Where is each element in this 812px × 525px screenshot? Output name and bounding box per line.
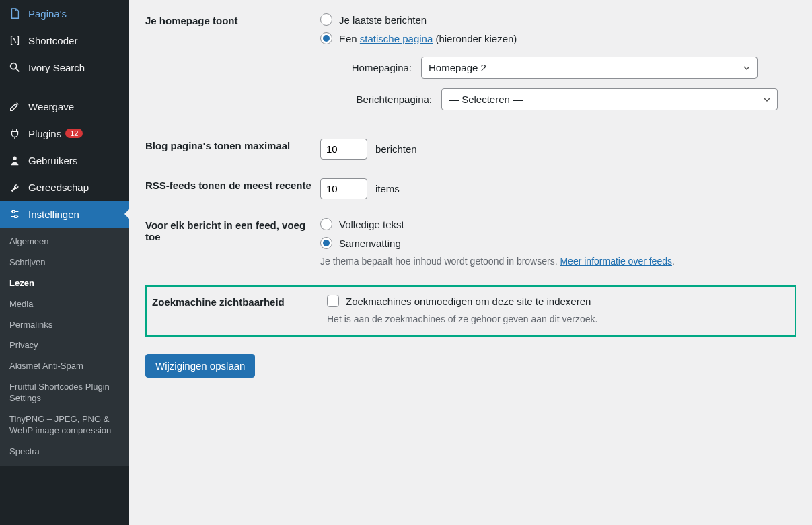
appearance-icon xyxy=(8,100,22,113)
posts-page-select[interactable]: — Selecteren — xyxy=(441,88,778,110)
shortcoder-icon xyxy=(8,34,22,47)
submenu-permalinks[interactable]: Permalinks xyxy=(0,315,129,336)
chevron-down-icon xyxy=(743,65,750,71)
radio-full-text[interactable]: Volledige tekst xyxy=(320,218,796,230)
row-search-visibility: Zoekmachine zichtbaarheid Zoekmachines o… xyxy=(147,295,789,324)
selected-value: — Selecteren — xyxy=(449,94,523,105)
submenu-tinypng[interactable]: TinyPNG – JPEG, PNG & WebP image compres… xyxy=(0,409,129,442)
sidebar-item-label: Instellingen xyxy=(28,209,79,220)
svg-point-0 xyxy=(11,63,17,69)
label-feed-content: Voor elk bericht in een feed, voeg toe xyxy=(145,218,320,242)
feed-desc: Je thema bepaalt hoe inhoud wordt getoon… xyxy=(320,256,796,267)
submenu-algemeen[interactable]: Algemeen xyxy=(0,232,129,252)
settings-reading-form: Je homepage toont Je laatste berichten E… xyxy=(129,0,812,525)
row-homepage-displays: Je homepage toont Je laatste berichten E… xyxy=(145,13,796,120)
sidebar-item-plugins[interactable]: Plugins 12 xyxy=(0,120,129,147)
sidebar-item-label: Gebruikers xyxy=(28,155,77,166)
radio-label: Je laatste berichten xyxy=(339,14,427,26)
radio-icon xyxy=(320,218,332,230)
label-rss: RSS-feeds tonen de meest recente xyxy=(145,178,320,191)
plugins-icon xyxy=(8,127,22,140)
row-feed-content: Voor elk bericht in een feed, voeg toe V… xyxy=(145,218,796,267)
rss-items-input[interactable] xyxy=(320,178,367,199)
settings-submenu: Algemeen Schrijven Lezen Media Permalink… xyxy=(0,228,129,466)
chevron-down-icon xyxy=(764,96,770,103)
update-badge: 12 xyxy=(65,129,83,138)
pages-icon xyxy=(8,7,22,20)
feeds-info-link[interactable]: Meer informatie over feeds xyxy=(560,256,672,267)
sidebar-item-ivory-search[interactable]: Ivory Search xyxy=(0,54,129,81)
submenu-fruitful[interactable]: Fruitful Shortcodes Plugin Settings xyxy=(0,377,129,409)
blog-max-input[interactable] xyxy=(320,139,367,160)
save-changes-button[interactable]: Wijzigingen opslaan xyxy=(145,354,255,378)
label-blog-max: Blog pagina's tonen maximaal xyxy=(145,139,320,151)
radio-label: Volledige tekst xyxy=(339,219,404,230)
settings-icon xyxy=(8,207,22,221)
search-desc: Het is aan de zoekmachines of ze gehoor … xyxy=(327,314,789,324)
sidebar-item-instellingen[interactable]: Instellingen xyxy=(0,201,129,228)
svg-point-1 xyxy=(13,157,16,160)
sidebar-item-label: Gereedschap xyxy=(28,182,89,193)
posts-page-select-label: Berichtenpagina: xyxy=(334,94,441,105)
radio-label: Een statische pagina (hieronder kiezen) xyxy=(339,33,517,44)
sidebar-item-weergave[interactable]: Weergave xyxy=(0,93,129,120)
radio-static-page[interactable]: Een statische pagina (hieronder kiezen) xyxy=(320,32,796,44)
sidebar-item-gereedschap[interactable]: Gereedschap xyxy=(0,174,129,201)
rss-suffix: items xyxy=(375,183,400,195)
sidebar-item-label: Pagina's xyxy=(28,8,67,20)
submenu-privacy[interactable]: Privacy xyxy=(0,335,129,356)
radio-label: Samenvatting xyxy=(339,238,401,249)
radio-icon xyxy=(320,32,332,44)
row-rss: RSS-feeds tonen de meest recente items xyxy=(145,178,796,199)
label-search-visibility: Zoekmachine zichtbaarheid xyxy=(152,295,327,308)
submenu-media[interactable]: Media xyxy=(0,294,129,315)
sidebar-item-shortcoder[interactable]: Shortcoder xyxy=(0,27,129,54)
homepage-select[interactable]: Homepage 2 xyxy=(421,57,758,79)
submenu-schrijven[interactable]: Schrijven xyxy=(0,252,129,273)
sidebar-item-label: Weergave xyxy=(28,101,74,112)
radio-icon xyxy=(320,13,332,26)
submenu-lezen[interactable]: Lezen xyxy=(0,273,129,294)
sidebar-item-label: Ivory Search xyxy=(28,62,85,73)
search-icon xyxy=(8,61,22,74)
blog-max-suffix: berichten xyxy=(375,143,417,155)
admin-sidebar: Pagina's Shortcoder Ivory Search Weergav… xyxy=(0,0,129,525)
radio-icon xyxy=(320,237,332,249)
row-blog-max: Blog pagina's tonen maximaal berichten xyxy=(145,139,796,160)
checkbox-discourage-search[interactable]: Zoekmachines ontmoedigen om deze site te… xyxy=(327,295,789,307)
checkbox-label: Zoekmachines ontmoedigen om deze site te… xyxy=(346,295,591,307)
sidebar-item-paginas[interactable]: Pagina's xyxy=(0,0,129,27)
sidebar-item-gebruikers[interactable]: Gebruikers xyxy=(0,147,129,174)
sidebar-item-label: Plugins xyxy=(28,128,61,139)
submenu-akismet[interactable]: Akismet Anti-Spam xyxy=(0,356,129,377)
label-homepage-displays: Je homepage toont xyxy=(145,13,320,26)
radio-summary[interactable]: Samenvatting xyxy=(320,237,796,249)
static-page-link[interactable]: statische pagina xyxy=(360,33,433,44)
search-visibility-highlight: Zoekmachine zichtbaarheid Zoekmachines o… xyxy=(145,285,796,337)
homepage-select-label: Homepagina: xyxy=(334,62,421,73)
radio-latest-posts[interactable]: Je laatste berichten xyxy=(320,13,796,26)
checkbox-icon xyxy=(327,295,339,307)
selected-value: Homepage 2 xyxy=(429,62,486,73)
sidebar-item-label: Shortcoder xyxy=(28,35,77,46)
submenu-spectra[interactable]: Spectra xyxy=(0,442,129,462)
tools-icon xyxy=(8,180,22,194)
users-icon xyxy=(8,153,22,167)
